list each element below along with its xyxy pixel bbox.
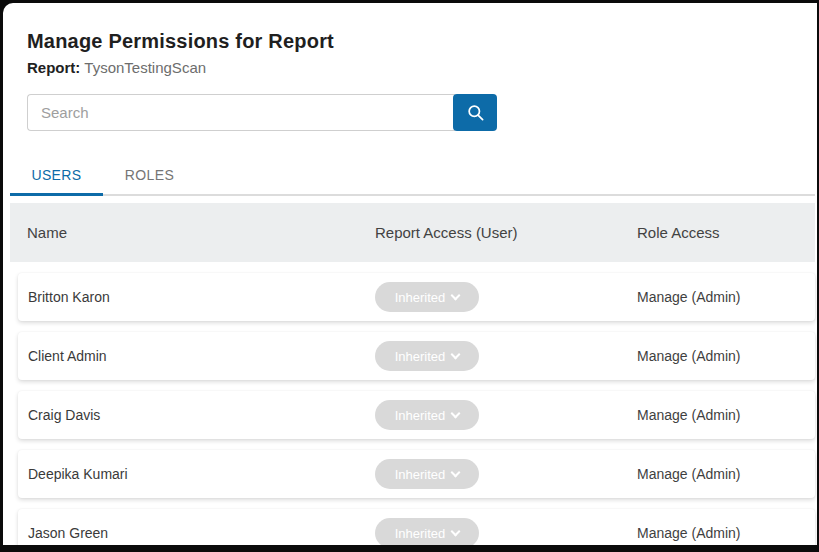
column-header-role-access: Role Access [637,224,815,241]
report-access-dropdown[interactable]: Inherited [375,459,479,489]
user-name: Jason Green [28,525,375,541]
report-access-value: Inherited [395,290,446,305]
role-access-value: Manage (Admin) [637,525,815,541]
user-name: Britton Karon [28,289,375,305]
report-label: Report: [27,59,80,76]
report-access-value: Inherited [395,349,446,364]
report-access-dropdown[interactable]: Inherited [375,341,479,371]
table-row: Craig Davis Inherited Manage (Admin) [18,391,815,439]
user-name: Client Admin [28,348,375,364]
role-access-value: Manage (Admin) [637,466,815,482]
table-body: Britton Karon Inherited Manage (Admin) C… [18,262,815,545]
tab-users[interactable]: USERS [10,155,103,194]
role-access-value: Manage (Admin) [637,289,815,305]
manage-permissions-dialog: Manage Permissions for Report Report:Tys… [3,3,817,545]
role-access-value: Manage (Admin) [637,348,815,364]
table-row: Jason Green Inherited Manage (Admin) [18,509,815,545]
chevron-down-icon [451,408,461,418]
chevron-down-icon [451,467,461,477]
report-access-value: Inherited [395,467,446,482]
table-row: Client Admin Inherited Manage (Admin) [18,332,815,380]
column-header-report-access: Report Access (User) [375,224,637,241]
search-button[interactable] [453,94,497,131]
column-header-name: Name [27,224,375,241]
search-input[interactable] [27,94,455,131]
user-name: Deepika Kumari [28,466,375,482]
report-access-value: Inherited [395,526,446,541]
report-access-dropdown[interactable]: Inherited [375,282,479,312]
table-row: Britton Karon Inherited Manage (Admin) [18,273,815,321]
report-access-dropdown[interactable]: Inherited [375,518,479,545]
chevron-down-icon [451,526,461,536]
chevron-down-icon [451,349,461,359]
tab-bar: USERS ROLES [10,155,815,196]
role-access-value: Manage (Admin) [637,407,815,423]
search-bar [27,94,497,131]
report-access-dropdown[interactable]: Inherited [375,400,479,430]
report-name: TysonTestingScan [84,59,206,76]
chevron-down-icon [451,290,461,300]
search-icon [466,103,485,122]
table-row: Deepika Kumari Inherited Manage (Admin) [18,450,815,498]
report-subtitle: Report:TysonTestingScan [27,59,206,76]
table-header: Name Report Access (User) Role Access [10,203,815,262]
window-frame: Manage Permissions for Report Report:Tys… [0,0,819,552]
user-name: Craig Davis [28,407,375,423]
page-title: Manage Permissions for Report [27,30,334,53]
tab-roles[interactable]: ROLES [103,155,196,194]
report-access-value: Inherited [395,408,446,423]
